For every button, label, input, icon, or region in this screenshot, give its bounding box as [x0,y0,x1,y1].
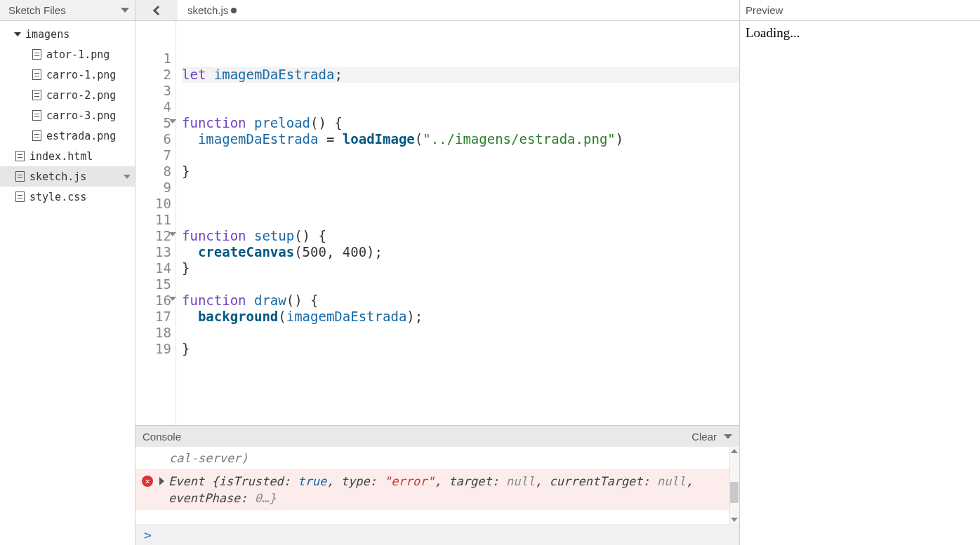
file-icon [15,151,25,161]
fold-icon[interactable] [169,232,176,236]
console-header: Console Clear [135,426,739,447]
error-icon: ✕ [141,475,154,487]
preview-title: Preview [746,4,783,16]
editor-tabs: sketch.js [135,0,739,21]
folder-caret-icon [14,32,21,36]
sidebar-header: Sketch Files [0,0,135,21]
console-body[interactable]: cal-server) ✕ Event {isTrusted: true, ty… [135,447,739,524]
line-number: 17 [135,309,176,325]
keyword: function [182,292,246,308]
back-button[interactable] [135,0,178,20]
console-panel: Console Clear cal-server) ✕ Event {isTru… [135,425,739,545]
tree-file[interactable]: ator-1.png [0,44,135,65]
dirty-indicator-icon [231,8,237,13]
function-call: createCanvas [198,244,294,260]
line-number: 12 [135,228,176,244]
chevron-left-icon [153,5,163,15]
preview-header: Preview [740,0,980,21]
line-number: 9 [135,180,176,196]
file-label: index.html [29,150,131,163]
function-name: preload [254,115,310,130]
file-label: carro-3.png [46,109,131,122]
clear-button[interactable]: Clear [691,431,717,443]
expand-icon[interactable] [159,477,164,485]
file-options-icon[interactable] [124,175,131,179]
line-number: 16 [135,292,176,309]
keyword: function [182,115,246,130]
tree-file[interactable]: estrada.png [0,126,135,146]
args: (500, 400); [294,244,383,260]
console-error-message[interactable]: ✕ Event {isTrusted: true, type: "error",… [135,470,739,510]
sidebar-menu-icon[interactable] [121,8,129,13]
scrollbar-thumb[interactable] [730,482,739,503]
preview-status: Loading... [746,25,800,40]
sidebar-title: Sketch Files [8,4,66,16]
line-number: 15 [135,276,176,292]
folder-label: imagens [25,28,131,41]
scrollbar[interactable] [729,447,739,524]
console-title: Console [143,431,181,443]
fold-icon[interactable] [169,119,176,123]
line-number: 14 [135,260,176,276]
keyword: let [182,67,206,82]
line-number: 13 [135,244,176,260]
scroll-up-icon[interactable] [730,447,739,455]
file-icon [15,191,25,202]
identifier: imagemDaEstrada [198,131,319,147]
code-editor[interactable]: 12345678910111213141516171819 let imagem… [135,21,739,425]
file-label: carro-1.png [46,69,131,81]
function-call: loadImage [343,131,415,147]
line-number: 6 [135,131,176,147]
file-label: ator-1.png [46,48,131,61]
file-label: carro-2.png [46,89,131,102]
tree-file[interactable]: carro-1.png [0,65,135,85]
editor-tab[interactable]: sketch.js [178,0,246,20]
tree-file[interactable]: carro-3.png [0,105,135,126]
file-label: sketch.js [29,170,124,183]
preview-body: Loading... [740,21,980,545]
file-icon [32,49,41,60]
console-text: Event {isTrusted: true, type: "error", t… [168,473,731,506]
function-call: background [198,309,278,324]
file-tree: imagens ator-1.png carro-1.png carro-2.p… [0,21,135,210]
console-prompt[interactable]: > [135,524,739,545]
line-number: 4 [135,99,176,115]
line-number: 3 [135,83,176,99]
scroll-down-icon[interactable] [730,516,739,524]
file-label: estrada.png [46,130,131,142]
tab-label: sketch.js [187,4,228,16]
identifier: imagemDaEstrada [214,67,335,82]
prompt-caret: > [144,527,152,542]
file-label: style.css [29,191,131,203]
file-icon [32,130,41,141]
line-number: 11 [135,212,176,228]
file-icon [32,69,41,80]
line-number: 5 [135,115,176,131]
line-number-gutter: 12345678910111213141516171819 [135,21,176,425]
function-name: draw [254,292,286,308]
tree-folder-imagens[interactable]: imagens [0,24,135,44]
fold-icon[interactable] [169,297,176,301]
preview-panel: Preview Loading... [739,0,980,545]
line-number: 2 [135,67,176,83]
line-number: 7 [135,147,176,163]
string-literal: "../imagens/estrada.png" [423,131,616,147]
line-number: 18 [135,325,176,341]
tree-file[interactable]: carro-2.png [0,85,135,105]
file-icon [32,90,41,100]
tree-file-selected[interactable]: sketch.js [0,166,135,187]
file-icon [32,110,41,121]
tree-file[interactable]: index.html [0,146,135,166]
line-number: 1 [135,51,176,67]
line-number: 19 [135,341,176,357]
line-number: 10 [135,196,176,212]
line-number: 8 [135,163,176,180]
console-text: cal-server) [169,450,249,466]
editor-column: sketch.js 12345678910111213141516171819 … [135,0,739,545]
tree-file[interactable]: style.css [0,187,135,207]
code-content[interactable]: let imagemDaEstrada; function preload() … [176,21,739,425]
file-icon [15,171,25,182]
file-sidebar: Sketch Files imagens ator-1.png carro-1.… [0,0,135,545]
console-message: cal-server) [135,447,739,470]
console-collapse-icon[interactable] [724,434,732,439]
